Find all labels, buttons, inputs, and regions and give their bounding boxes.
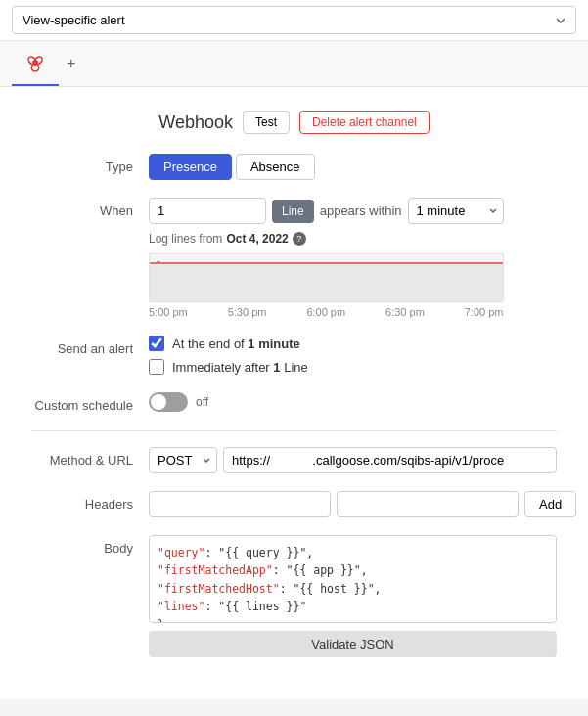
webhook-icon: [23, 51, 47, 74]
chart-label-5: 7:00 pm: [465, 306, 504, 318]
toggle-knob: [151, 394, 166, 410]
webhook-tab[interactable]: [12, 41, 59, 86]
method-url-inputs: POST GET PUT: [149, 447, 557, 473]
log-lines-info: Log lines from Oct 4, 2022 ?: [149, 232, 504, 246]
delete-alert-channel-button[interactable]: Delete alert channel: [299, 111, 430, 134]
tab-bar: +: [0, 41, 588, 87]
body-line-4: "lines": "{{ lines }}": [158, 598, 548, 615]
chart-label-1: 5:00 pm: [149, 306, 188, 318]
chart-labels: 5:00 pm 5:30 pm 6:00 pm 6:30 pm 7:00 pm: [149, 306, 504, 318]
when-label: When: [31, 198, 149, 218]
webhook-header: Webhook Test Delete alert channel: [31, 111, 557, 134]
send-alert-option2[interactable]: Immediately after 1 Line: [149, 359, 308, 375]
headers-row: Headers Add: [31, 491, 557, 517]
divider: [31, 430, 557, 431]
custom-schedule-row: Custom schedule off: [31, 392, 557, 413]
add-tab-button[interactable]: +: [59, 45, 83, 82]
view-select[interactable]: View-specific alert: [12, 6, 576, 34]
option2-text: Immediately after 1 Line: [172, 360, 308, 375]
line-button[interactable]: Line: [272, 200, 314, 223]
custom-schedule-label: Custom schedule: [31, 392, 149, 413]
info-icon[interactable]: ?: [293, 232, 306, 246]
body-editor[interactable]: "query": "{{ query }}", "firstMatchedApp…: [149, 535, 557, 623]
absence-button[interactable]: Absence: [236, 154, 315, 180]
appears-within-text: appears within: [320, 203, 402, 218]
top-bar: View-specific alert: [0, 0, 588, 41]
body-content: "query": "{{ query }}", "firstMatchedApp…: [149, 535, 557, 657]
webhook-title: Webhook: [158, 112, 233, 133]
toggle-state-label: off: [196, 395, 208, 409]
header-value-input[interactable]: [337, 491, 519, 517]
option1-checkbox[interactable]: [149, 336, 164, 351]
headers-inputs: Add: [149, 491, 576, 517]
url-input[interactable]: [223, 447, 557, 473]
toggle-container: off: [149, 392, 208, 412]
chart-red-line: [150, 262, 503, 264]
method-select[interactable]: POST GET PUT: [149, 447, 217, 473]
body-line-2: "firstMatchedApp": "{{ app }}",: [158, 561, 548, 579]
body-line-3: "firstMatchedHost": "{{ host }}",: [158, 580, 548, 598]
send-alert-label: Send an alert: [31, 336, 149, 356]
headers-label: Headers: [31, 491, 149, 512]
body-line-1: "query": "{{ query }}",: [158, 544, 548, 561]
option1-bold: 1 minute: [248, 336, 299, 351]
type-label: Type: [31, 154, 149, 174]
send-alert-row: Send an alert At the end of 1 minute Imm…: [31, 336, 557, 375]
time-select[interactable]: 1 minute 5 minutes 10 minutes 30 minutes: [408, 198, 504, 224]
chart-area: 0 5:00 pm 5:30 pm 6:00 pm 6:30 pm 7:00 p…: [149, 253, 504, 318]
custom-schedule-toggle[interactable]: [149, 392, 188, 412]
option1-text: At the end of 1 minute: [172, 336, 300, 351]
method-url-row: Method & URL POST GET PUT: [31, 447, 557, 473]
presence-button[interactable]: Presence: [149, 154, 232, 180]
when-input[interactable]: [149, 198, 266, 224]
test-button[interactable]: Test: [243, 111, 290, 134]
when-inputs: Line appears within 1 minute 5 minutes 1…: [149, 198, 504, 224]
body-label: Body: [31, 535, 149, 556]
add-header-button[interactable]: Add: [524, 491, 576, 517]
when-col: Line appears within 1 minute 5 minutes 1…: [149, 198, 504, 318]
method-url-label: Method & URL: [31, 447, 149, 468]
log-lines-text: Log lines from: [149, 232, 222, 246]
validate-json-button[interactable]: Validate JSON: [149, 631, 557, 657]
type-row: Type Presence Absence: [31, 154, 557, 180]
type-buttons: Presence Absence: [149, 154, 315, 180]
log-lines-date: Oct 4, 2022: [226, 232, 288, 246]
chart-label-2: 5:30 pm: [228, 306, 267, 318]
body-line-5: }: [158, 616, 548, 623]
chart-label-3: 6:00 pm: [306, 306, 345, 318]
chart-label-4: 6:30 pm: [385, 306, 425, 318]
chart-container: 0: [149, 253, 504, 302]
send-alert-option1[interactable]: At the end of 1 minute: [149, 336, 308, 351]
header-key-input[interactable]: [149, 491, 331, 517]
body-row: Body "query": "{{ query }}", "firstMatch…: [31, 535, 557, 657]
option2-checkbox[interactable]: [149, 359, 164, 375]
chart-fill: [150, 262, 503, 301]
when-row: When Line appears within 1 minute 5 minu…: [31, 198, 557, 318]
main-content: Webhook Test Delete alert channel Type P…: [0, 87, 588, 698]
option2-bold: 1: [273, 360, 280, 375]
send-alert-options: At the end of 1 minute Immediately after…: [149, 336, 308, 375]
